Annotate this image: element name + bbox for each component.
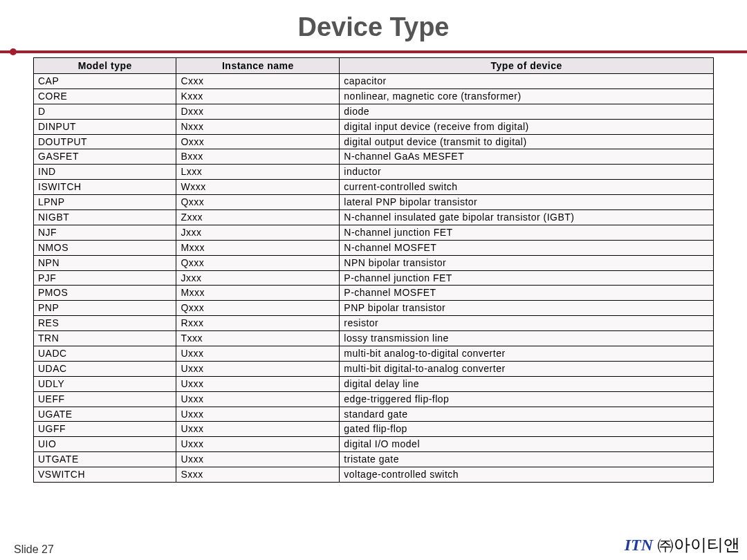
footer: Slide 27 ITN ㈜아이티앤 (0, 534, 747, 556)
cell-model-type: UEFF (34, 391, 176, 407)
cell-type-of-device: edge-triggered flip-flop (340, 391, 714, 407)
table-row: UDLYUxxxdigital delay line (34, 376, 714, 391)
cell-type-of-device: digital input device (receive from digit… (340, 119, 714, 134)
cell-type-of-device: nonlinear, magnetic core (transformer) (340, 88, 714, 104)
table-row: INDLxxxinductor (34, 165, 714, 180)
cell-type-of-device: tristate gate (340, 452, 714, 467)
table-row: NMOSMxxxN-channel MOSFET (34, 240, 714, 255)
cell-type-of-device: current-controlled switch (340, 180, 714, 195)
cell-type-of-device: P-channel MOSFET (340, 286, 714, 301)
cell-type-of-device: diode (340, 104, 714, 119)
table-row: UIOUxxxdigital I/O model (34, 437, 714, 452)
cell-model-type: RES (34, 316, 176, 331)
cell-type-of-device: resistor (340, 316, 714, 331)
cell-model-type: ISWITCH (34, 180, 176, 195)
cell-model-type: UGATE (34, 407, 176, 422)
cell-instance-name: Uxxx (176, 346, 340, 362)
cell-model-type: CAP (34, 74, 176, 89)
cell-model-type: UADC (34, 346, 176, 362)
table-row: GASFETBxxxN-channel GaAs MESFET (34, 149, 714, 165)
device-type-table: Model type Instance name Type of device … (33, 57, 714, 483)
table-container: Model type Instance name Type of device … (33, 57, 714, 483)
cell-type-of-device: digital delay line (340, 376, 714, 391)
slide-number: Slide 27 (14, 543, 54, 556)
table-row: UTGATEUxxxtristate gate (34, 452, 714, 467)
cell-model-type: DINPUT (34, 119, 176, 134)
cell-instance-name: Uxxx (176, 361, 340, 376)
cell-instance-name: Uxxx (176, 407, 340, 422)
cell-model-type: NIGBT (34, 210, 176, 225)
cell-model-type: NPN (34, 255, 176, 270)
table-row: UDACUxxxmulti-bit digital-to-analog conv… (34, 361, 714, 376)
cell-instance-name: Qxxx (176, 301, 340, 316)
table-row: CAPCxxxcapacitor (34, 74, 714, 89)
cell-instance-name: Mxxx (176, 240, 340, 255)
cell-instance-name: Uxxx (176, 376, 340, 391)
cell-type-of-device: P-channel junction FET (340, 270, 714, 286)
table-row: TRNTxxxlossy transmission line (34, 331, 714, 346)
cell-model-type: CORE (34, 88, 176, 104)
cell-type-of-device: NPN bipolar transistor (340, 255, 714, 270)
cell-model-type: UIO (34, 437, 176, 452)
cell-instance-name: Wxxx (176, 180, 340, 195)
cell-type-of-device: multi-bit digital-to-analog converter (340, 361, 714, 376)
table-row: NIGBTZxxxN-channel insulated gate bipola… (34, 210, 714, 225)
table-row: ISWITCHWxxxcurrent-controlled switch (34, 180, 714, 195)
cell-instance-name: Uxxx (176, 422, 340, 437)
cell-instance-name: Qxxx (176, 255, 340, 270)
table-row: UGATEUxxxstandard gate (34, 407, 714, 422)
table-header-row: Model type Instance name Type of device (34, 58, 714, 74)
title-area: Device Type (0, 0, 747, 49)
cell-instance-name: Uxxx (176, 391, 340, 407)
cell-instance-name: Uxxx (176, 437, 340, 452)
table-row: UGFFUxxxgated flip-flop (34, 422, 714, 437)
cell-model-type: PJF (34, 270, 176, 286)
cell-instance-name: Mxxx (176, 286, 340, 301)
cell-model-type: PMOS (34, 286, 176, 301)
cell-model-type: GASFET (34, 149, 176, 165)
cell-model-type: PNP (34, 301, 176, 316)
cell-model-type: UTGATE (34, 452, 176, 467)
cell-instance-name: Zxxx (176, 210, 340, 225)
cell-type-of-device: capacitor (340, 74, 714, 89)
cell-model-type: UDLY (34, 376, 176, 391)
cell-instance-name: Rxxx (176, 316, 340, 331)
cell-model-type: DOUTPUT (34, 134, 176, 149)
cell-type-of-device: inductor (340, 165, 714, 180)
cell-type-of-device: digital output device (transmit to digit… (340, 134, 714, 149)
cell-instance-name: Cxxx (176, 74, 340, 89)
cell-model-type: VSWITCH (34, 467, 176, 483)
cell-instance-name: Bxxx (176, 149, 340, 165)
cell-type-of-device: standard gate (340, 407, 714, 422)
cell-type-of-device: PNP bipolar transistor (340, 301, 714, 316)
cell-model-type: TRN (34, 331, 176, 346)
divider-band (0, 49, 747, 55)
divider-dot-icon (10, 48, 17, 55)
cell-type-of-device: N-channel junction FET (340, 225, 714, 240)
cell-instance-name: Nxxx (176, 119, 340, 134)
table-row: NJFJxxxN-channel junction FET (34, 225, 714, 240)
cell-model-type: LPNP (34, 195, 176, 210)
page-title: Device Type (0, 12, 747, 42)
cell-type-of-device: N-channel MOSFET (340, 240, 714, 255)
table-row: NPNQxxxNPN bipolar transistor (34, 255, 714, 270)
cell-type-of-device: lossy transmission line (340, 331, 714, 346)
cell-type-of-device: voltage-controlled switch (340, 467, 714, 483)
col-instance-name: Instance name (176, 58, 340, 74)
cell-instance-name: Txxx (176, 331, 340, 346)
table-row: LPNPQxxxlateral PNP bipolar transistor (34, 195, 714, 210)
table-row: VSWITCHSxxxvoltage-controlled switch (34, 467, 714, 483)
cell-type-of-device: gated flip-flop (340, 422, 714, 437)
brand-itn: ITN (625, 536, 657, 554)
table-row: PMOSMxxxP-channel MOSFET (34, 286, 714, 301)
cell-type-of-device: N-channel insulated gate bipolar transis… (340, 210, 714, 225)
cell-instance-name: Sxxx (176, 467, 340, 483)
table-row: UADCUxxxmulti-bit analog-to-digital conv… (34, 346, 714, 362)
cell-model-type: UGFF (34, 422, 176, 437)
cell-instance-name: Oxxx (176, 134, 340, 149)
brand-label: ITN ㈜아이티앤 (625, 534, 740, 556)
cell-instance-name: Kxxx (176, 88, 340, 104)
brand-korean: ㈜아이티앤 (657, 536, 740, 554)
divider-line (0, 50, 747, 53)
cell-instance-name: Lxxx (176, 165, 340, 180)
